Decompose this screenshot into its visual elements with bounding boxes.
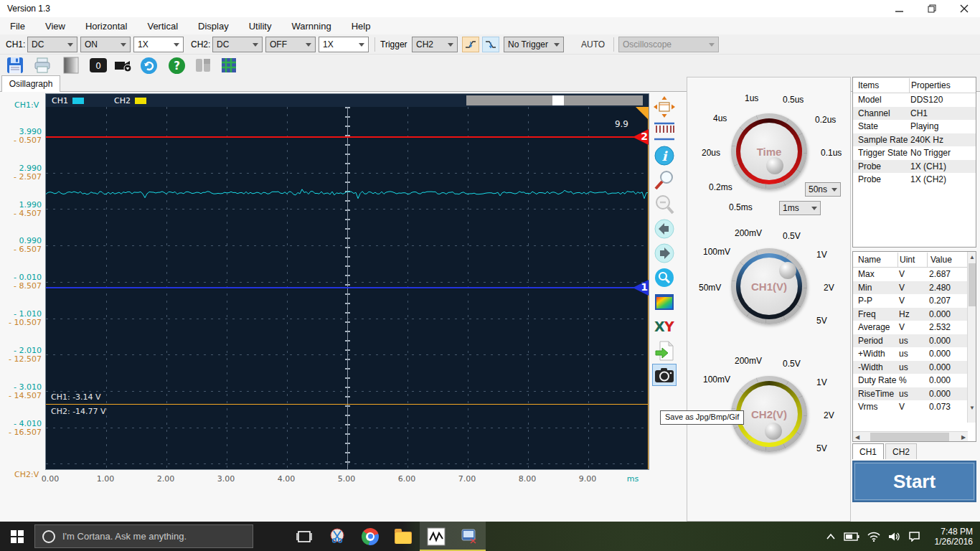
rising-edge-button[interactable]: [462, 37, 479, 52]
scrollbar-thumb[interactable]: [870, 433, 949, 441]
next-arrow-icon[interactable]: [652, 242, 677, 264]
search-zoom-icon[interactable]: [652, 266, 677, 288]
scroll-right-arrow[interactable]: ▶: [959, 432, 968, 442]
table-row[interactable]: +Widthus0.000: [853, 347, 968, 361]
time-fine-select[interactable]: 50ns: [805, 182, 841, 197]
minimize-button[interactable]: [883, 0, 915, 17]
ch2-coupling-select[interactable]: DC: [212, 37, 263, 52]
trigger-mode-select[interactable]: No Trigger: [504, 37, 564, 52]
camera-snapshot-icon[interactable]: [652, 364, 677, 386]
measurements-horizontal-scrollbar[interactable]: ◀ ▶: [853, 431, 968, 441]
menu-view[interactable]: View: [45, 21, 65, 32]
save-icon[interactable]: [6, 56, 24, 75]
table-row[interactable]: MaxV2.687: [853, 268, 968, 281]
table-row[interactable]: Probe1X (CH1): [853, 160, 976, 174]
table-row[interactable]: AverageV2.532: [853, 321, 968, 334]
scroll-down-arrow[interactable]: ▼: [968, 402, 976, 413]
table-row[interactable]: FreqHz0.000: [853, 308, 968, 321]
file-explorer-icon[interactable]: [387, 522, 420, 551]
table-row[interactable]: Probe1X (CH2): [853, 173, 976, 187]
table-row[interactable]: StatePlaying: [853, 120, 976, 133]
table-row[interactable]: Periodus0.000: [853, 334, 968, 348]
chrome-icon[interactable]: [354, 522, 387, 551]
ch2-cursor-line[interactable]: [46, 404, 649, 405]
taskbar-clock[interactable]: 7:48 PM 1/26/2016: [928, 527, 973, 547]
ch1-state-select[interactable]: ON: [80, 37, 131, 52]
scope-plot-area[interactable]: 9.9 2 1 CH1: -3.14 V CH2: -14.77 V: [46, 107, 649, 469]
cortana-search-box[interactable]: I'm Cortana. Ask me anything.: [34, 524, 253, 548]
menu-vertical[interactable]: Vertical: [147, 21, 178, 32]
tab-osillagraph[interactable]: Osillagraph: [1, 75, 60, 92]
restore-button[interactable]: [915, 0, 948, 17]
ch2-state-select[interactable]: OFF: [265, 37, 316, 52]
scope-horizontal-scrollbar[interactable]: [466, 95, 643, 105]
trigger-level-line[interactable]: [46, 136, 649, 138]
menu-file[interactable]: File: [10, 21, 25, 32]
pan-icon[interactable]: [652, 95, 677, 118]
time-cursor-handle[interactable]: [636, 107, 649, 120]
grid-icon[interactable]: [220, 56, 238, 75]
color-palette-icon[interactable]: [652, 291, 677, 313]
table-row[interactable]: Sample Rate240K Hz: [853, 133, 976, 147]
scroll-left-arrow[interactable]: ◀: [853, 432, 862, 442]
windows-start-button[interactable]: [0, 522, 34, 551]
scrollbar-thumb[interactable]: [552, 95, 564, 105]
falling-edge-button[interactable]: [482, 37, 499, 52]
table-row[interactable]: MinV2.480: [853, 281, 968, 295]
start-button[interactable]: Start: [852, 461, 976, 502]
table-row[interactable]: P-PV0.207: [853, 294, 968, 308]
time-base-select[interactable]: 1ms: [779, 201, 821, 215]
info-icon[interactable]: i: [652, 144, 677, 166]
secondary-app-icon[interactable]: [453, 522, 486, 551]
volume-icon[interactable]: [888, 532, 900, 542]
measurements-vertical-scrollbar[interactable]: ▲ ▼: [967, 252, 976, 423]
xy-mode-icon[interactable]: XY: [652, 315, 677, 337]
scrollbar-thumb[interactable]: [969, 263, 976, 306]
table-row[interactable]: RiseTimeus0.000: [853, 387, 968, 401]
help-icon[interactable]: ?: [167, 56, 186, 75]
snipping-tool-icon[interactable]: [321, 522, 354, 551]
tray-chevron-icon[interactable]: [826, 533, 836, 540]
previous-arrow-icon[interactable]: [652, 217, 677, 240]
record-icon[interactable]: [113, 56, 132, 75]
ch1-volt-knob[interactable]: CH1(V): [731, 248, 807, 324]
scroll-up-arrow[interactable]: ▲: [968, 252, 976, 262]
table-row[interactable]: -Widthus0.000: [853, 361, 968, 375]
ch1-position-line[interactable]: [46, 287, 649, 288]
counter-badge-icon[interactable]: 0: [89, 56, 108, 75]
task-view-icon[interactable]: [288, 522, 321, 551]
menu-utility[interactable]: Utility: [249, 21, 272, 32]
battery-icon[interactable]: [844, 532, 859, 541]
table-row[interactable]: VrmsV0.073: [853, 400, 968, 414]
ch2-probe-select[interactable]: 1X: [319, 37, 369, 52]
x-axis-unit: ms: [618, 474, 647, 484]
separator: [374, 37, 375, 52]
menu-help[interactable]: Help: [352, 21, 371, 32]
tab-ch2[interactable]: CH2: [885, 443, 917, 459]
ruler-comb-icon[interactable]: [652, 120, 677, 142]
table-row[interactable]: Duty Rate%0.000: [853, 374, 968, 387]
background-gradient-icon[interactable]: [62, 56, 80, 75]
auto-label: AUTO: [581, 39, 605, 50]
tab-ch1[interactable]: CH1: [852, 443, 884, 459]
oscilloscope-app-icon[interactable]: [420, 522, 453, 551]
menu-horizontal[interactable]: Horizontal: [85, 21, 128, 32]
table-row[interactable]: Trigger StateNo Trigger: [853, 146, 976, 160]
table-row[interactable]: ChannelCH1: [853, 107, 976, 121]
print-icon[interactable]: [33, 56, 52, 75]
menu-display[interactable]: Display: [198, 21, 229, 32]
time-knob[interactable]: Time: [731, 113, 807, 189]
export-file-icon[interactable]: [652, 339, 677, 362]
close-button[interactable]: [948, 0, 980, 17]
menu-warnning[interactable]: Warnning: [291, 21, 331, 32]
trigger-source-select[interactable]: CH2: [412, 37, 458, 52]
action-center-icon[interactable]: [908, 531, 920, 542]
table-row[interactable]: ModelDDS120: [853, 93, 976, 107]
measure-zoom-icon[interactable]: [652, 169, 677, 191]
ch1-coupling-select[interactable]: DC: [27, 37, 77, 52]
scope-ch2-label: CH2: [114, 96, 131, 105]
ch1-probe-select[interactable]: 1X: [133, 37, 184, 52]
refresh-icon[interactable]: [139, 56, 158, 75]
ch2-color-swatch: [135, 98, 146, 104]
wifi-icon[interactable]: [867, 532, 880, 542]
